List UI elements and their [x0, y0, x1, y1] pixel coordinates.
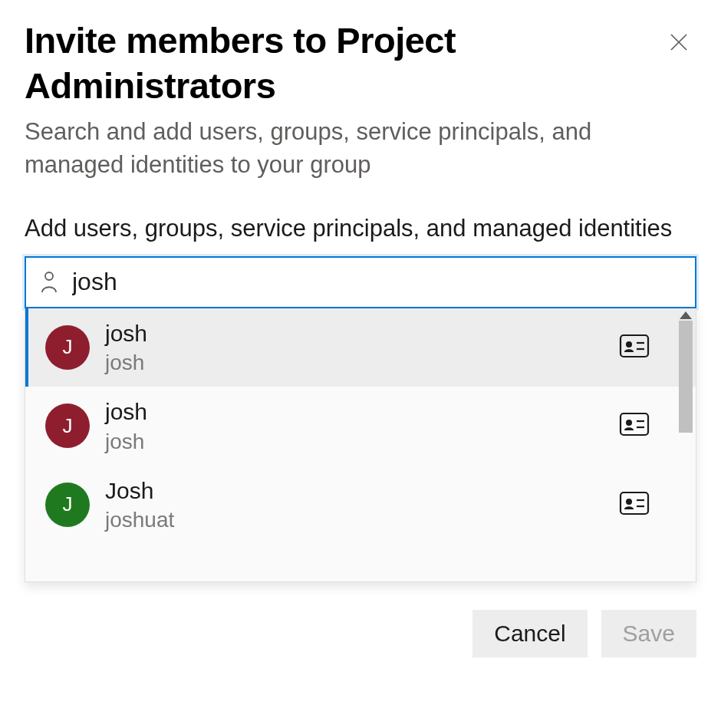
result-sub: josh [105, 349, 604, 376]
svg-point-12 [626, 499, 632, 505]
result-item[interactable]: JJoshjoshuat [25, 466, 696, 545]
search-box[interactable] [25, 256, 696, 308]
contact-card-icon [619, 491, 650, 519]
avatar: J [45, 404, 90, 448]
result-sub: joshuat [105, 506, 604, 533]
scroll-thumb[interactable] [679, 321, 693, 433]
svg-point-4 [626, 341, 632, 348]
result-item[interactable]: Jjoshjosh [25, 387, 696, 466]
result-text: Joshjoshuat [105, 476, 604, 534]
avatar: J [45, 483, 90, 527]
dropdown-scrollbar[interactable] [676, 308, 696, 581]
result-text: joshjosh [105, 319, 604, 377]
search-results-dropdown: JjoshjoshJjoshjoshJJoshjoshuat [25, 308, 696, 582]
result-sub: josh [105, 428, 604, 455]
result-item[interactable]: Jjoshjosh [25, 308, 696, 387]
dialog-title: Invite members to Project Administrators [25, 18, 661, 109]
close-icon [667, 31, 690, 54]
cancel-button[interactable]: Cancel [472, 610, 587, 657]
search-input[interactable] [72, 258, 683, 307]
dialog-header: Invite members to Project Administrators [25, 18, 696, 109]
svg-rect-11 [621, 492, 648, 514]
dialog-subtitle: Search and add users, groups, service pr… [25, 115, 696, 182]
svg-point-8 [626, 420, 632, 426]
contact-card-icon [619, 334, 650, 361]
result-name: Josh [105, 476, 604, 506]
close-button[interactable] [661, 25, 696, 60]
save-button[interactable]: Save [601, 610, 696, 657]
result-name: josh [105, 397, 604, 427]
svg-rect-7 [621, 413, 648, 435]
result-text: joshjosh [105, 397, 604, 455]
dialog-footer: Cancel Save [25, 610, 696, 657]
search-field-label: Add users, groups, service principals, a… [25, 212, 696, 245]
result-name: josh [105, 319, 604, 348]
person-icon [38, 271, 60, 294]
svg-point-2 [45, 272, 53, 280]
contact-card-icon [619, 412, 650, 440]
svg-rect-3 [621, 335, 648, 357]
search-combobox: JjoshjoshJjoshjoshJJoshjoshuat [25, 256, 696, 582]
scroll-up-arrow-icon [680, 311, 692, 319]
avatar: J [45, 325, 90, 370]
invite-members-dialog: Invite members to Project Administrators… [0, 0, 721, 682]
